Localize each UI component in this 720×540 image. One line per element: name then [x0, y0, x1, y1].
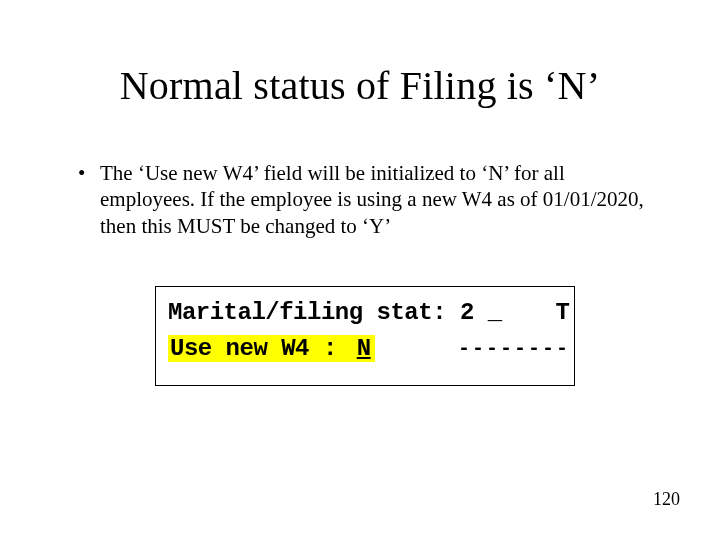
use-new-w4-label: Use new W4 :: [168, 335, 339, 362]
terminal-row-marital: Marital/filing stat: 2 _: [156, 299, 574, 335]
terminal-screenshot: Marital/filing stat: 2 _ Use new W4 : N …: [155, 286, 575, 386]
bullet-dot-icon: •: [78, 160, 100, 239]
page-number: 120: [653, 489, 680, 510]
bullet-list: • The ‘Use new W4’ field will be initial…: [78, 160, 658, 239]
marital-value: 2 _: [460, 299, 502, 326]
terminal-right-fragment-top: T: [556, 299, 570, 326]
marital-label: Marital/filing stat:: [168, 299, 446, 326]
slide-title: Normal status of Filing is ‘N’: [0, 62, 720, 109]
slide: Normal status of Filing is ‘N’ • The ‘Us…: [0, 0, 720, 540]
bullet-item: • The ‘Use new W4’ field will be initial…: [78, 160, 658, 239]
terminal-right-fragment-bot: --------: [458, 337, 570, 360]
use-new-w4-value: N: [353, 335, 375, 362]
bullet-text: The ‘Use new W4’ field will be initializ…: [100, 160, 658, 239]
